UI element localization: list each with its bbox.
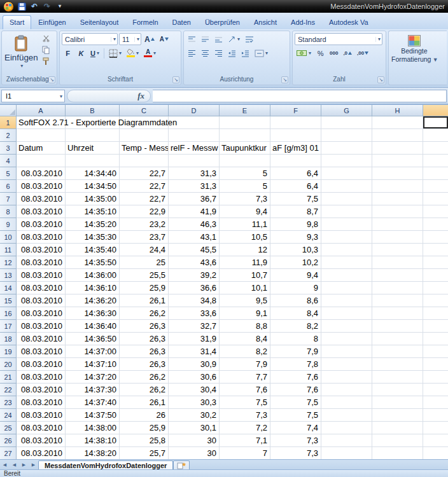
row-header-6[interactable]: 6 <box>0 180 17 193</box>
row-header-8[interactable]: 8 <box>0 205 17 218</box>
increase-indent-button[interactable] <box>239 47 251 59</box>
cell-F7[interactable]: 7,5 <box>270 193 321 205</box>
cell-G11[interactable] <box>321 244 372 256</box>
cell-D5[interactable]: 31,3 <box>169 167 220 180</box>
cell-E15[interactable]: 9,5 <box>220 294 270 307</box>
conditional-formatting-button[interactable]: Bedingte Formatierung▾ <box>391 33 438 74</box>
cell-B3[interactable]: Uhrzeit <box>66 142 120 155</box>
cell-D4[interactable] <box>169 155 220 167</box>
cell-A27[interactable]: 08.03.2010 <box>17 447 66 459</box>
cell-I5[interactable] <box>423 167 448 180</box>
row-header-9[interactable]: 9 <box>0 218 17 231</box>
insert-function-button[interactable]: fx <box>137 91 144 101</box>
cell-A14[interactable]: 08.03.2010 <box>17 282 66 294</box>
cell-H21[interactable] <box>372 371 423 384</box>
cell-F12[interactable]: 10,2 <box>270 256 321 269</box>
row-header-20[interactable]: 20 <box>0 358 17 371</box>
last-sheet-button[interactable]: ▶ <box>29 460 38 469</box>
cell-B6[interactable]: 14:34:50 <box>66 180 120 193</box>
row-header-10[interactable]: 10 <box>0 231 17 244</box>
qat-customize-button[interactable]: ▾ <box>54 1 66 11</box>
cell-H9[interactable] <box>372 218 423 231</box>
cell-G10[interactable] <box>321 231 372 244</box>
cell-E6[interactable]: 5 <box>220 180 270 193</box>
column-header-c[interactable]: C <box>120 105 169 116</box>
cell-D14[interactable]: 36,6 <box>169 282 220 294</box>
cell-C6[interactable]: 22,7 <box>120 180 169 193</box>
column-header-b[interactable]: B <box>66 105 120 116</box>
cell-C8[interactable]: 22,9 <box>120 205 169 218</box>
cell-D15[interactable]: 34,8 <box>169 294 220 307</box>
cell-E11[interactable]: 12 <box>220 244 270 256</box>
cell-D19[interactable]: 31,4 <box>169 345 220 358</box>
format-painter-button[interactable] <box>40 56 52 67</box>
font-color-button[interactable]: A ▾ <box>142 47 158 59</box>
cell-D11[interactable]: 45,5 <box>169 244 220 256</box>
cell-E13[interactable]: 10,7 <box>220 269 270 282</box>
cell-H7[interactable] <box>372 193 423 205</box>
cell-G13[interactable] <box>321 269 372 282</box>
cell-F22[interactable]: 7,6 <box>270 384 321 396</box>
cell-E20[interactable]: 7,9 <box>220 358 270 371</box>
number-format-select[interactable]: Standard ▾ <box>295 33 382 45</box>
row-header-3[interactable]: 3 <box>0 142 17 155</box>
cell-G23[interactable] <box>321 396 372 409</box>
cell-F23[interactable]: 7,5 <box>270 396 321 409</box>
cell-A18[interactable]: 08.03.2010 <box>17 333 66 345</box>
cell-E22[interactable]: 7,6 <box>220 384 270 396</box>
name-box[interactable]: I1 ▾ <box>1 90 65 102</box>
cell-E17[interactable]: 8,8 <box>220 320 270 333</box>
cell-F9[interactable]: 9,8 <box>270 218 321 231</box>
cell-D27[interactable]: 30 <box>169 447 220 459</box>
borders-button[interactable]: ▾ <box>107 47 123 59</box>
cell-G7[interactable] <box>321 193 372 205</box>
cell-F19[interactable]: 7,9 <box>270 345 321 358</box>
cell-I4[interactable] <box>423 155 448 167</box>
cell-I14[interactable] <box>423 282 448 294</box>
cell-F15[interactable]: 8,6 <box>270 294 321 307</box>
cell-I27[interactable] <box>423 447 448 459</box>
cell-E27[interactable]: 7 <box>220 447 270 459</box>
row-header-19[interactable]: 19 <box>0 345 17 358</box>
cell-A19[interactable]: 08.03.2010 <box>17 345 66 358</box>
redo-button[interactable]: ↷ <box>41 1 53 11</box>
cell-C19[interactable]: 26,3 <box>120 345 169 358</box>
column-header-i-partial[interactable] <box>423 105 448 116</box>
cell-C25[interactable]: 25,9 <box>120 422 169 434</box>
italic-button[interactable]: K <box>75 47 87 59</box>
cell-D12[interactable]: 43,6 <box>169 256 220 269</box>
cell-E8[interactable]: 9,4 <box>220 205 270 218</box>
cell-A21[interactable]: 08.03.2010 <box>17 371 66 384</box>
cell-F10[interactable]: 9,3 <box>270 231 321 244</box>
cell-H23[interactable] <box>372 396 423 409</box>
cell-F26[interactable]: 7,3 <box>270 434 321 447</box>
cell-B18[interactable]: 14:36:50 <box>66 333 120 345</box>
row-header-14[interactable]: 14 <box>0 282 17 294</box>
cell-C5[interactable]: 22,7 <box>120 167 169 180</box>
cell-I24[interactable] <box>423 409 448 422</box>
cell-B12[interactable]: 14:35:50 <box>66 256 120 269</box>
cell-G22[interactable] <box>321 384 372 396</box>
row-header-4[interactable]: 4 <box>0 155 17 167</box>
cell-A25[interactable]: 08.03.2010 <box>17 422 66 434</box>
cell-H25[interactable] <box>372 422 423 434</box>
cell-I10[interactable] <box>423 231 448 244</box>
dialog-launcher-icon[interactable]: ↘ <box>172 76 179 83</box>
align-left-button[interactable] <box>186 47 198 59</box>
column-header-d[interactable]: D <box>169 105 220 116</box>
row-header-7[interactable]: 7 <box>0 193 17 205</box>
cell-B25[interactable]: 14:38:00 <box>66 422 120 434</box>
cell-H22[interactable] <box>372 384 423 396</box>
row-header-11[interactable]: 11 <box>0 244 17 256</box>
cell-F5[interactable]: 6,4 <box>270 167 321 180</box>
cell-B14[interactable]: 14:36:10 <box>66 282 120 294</box>
cell-E18[interactable]: 8,4 <box>220 333 270 345</box>
cell-D16[interactable]: 33,6 <box>169 307 220 320</box>
cell-C14[interactable]: 25,9 <box>120 282 169 294</box>
cell-I6[interactable] <box>423 180 448 193</box>
cell-H26[interactable] <box>372 434 423 447</box>
wrap-text-button[interactable] <box>243 33 256 45</box>
cell-I23[interactable] <box>423 396 448 409</box>
cell-I2[interactable] <box>423 129 448 142</box>
cell-D10[interactable]: 43,1 <box>169 231 220 244</box>
